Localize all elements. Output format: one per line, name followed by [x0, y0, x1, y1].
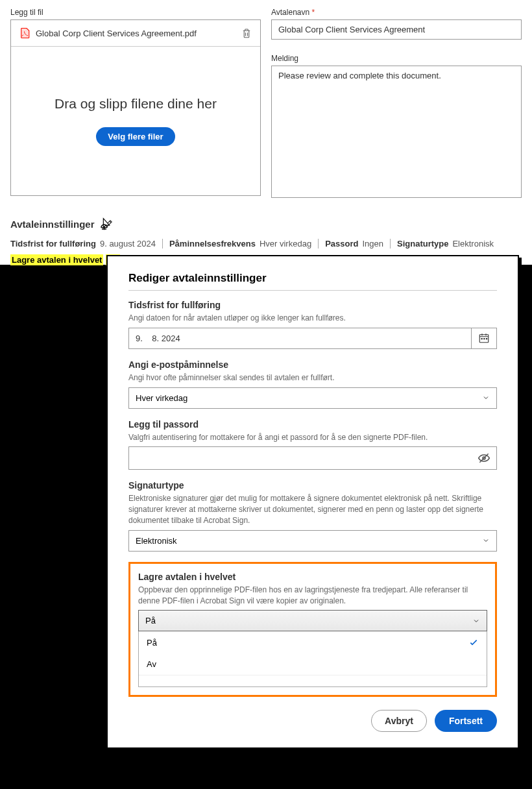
svg-rect-2	[483, 338, 485, 339]
vault-label: Lagre avtalen i hvelvet	[138, 572, 487, 582]
continue-button[interactable]: Fortsett	[435, 710, 497, 732]
deadline-input[interactable]	[128, 328, 472, 349]
chevron-down-icon	[472, 617, 480, 625]
eye-off-icon[interactable]	[478, 452, 490, 465]
edit-settings-icon[interactable]	[103, 218, 114, 232]
trash-icon[interactable]	[241, 27, 252, 39]
reminder-select[interactable]: Hver virkedag	[128, 387, 497, 409]
password-label: Legg til passord	[128, 419, 497, 430]
agreement-name-input[interactable]	[271, 19, 522, 40]
file-label: Legg til fil	[10, 8, 261, 17]
sigtype-help: Elektroniske signaturer gjør det mulig f…	[128, 493, 497, 526]
vault-option-on[interactable]: På	[139, 631, 487, 653]
password-help: Valgfri autentisering for mottakere for …	[128, 432, 497, 443]
pdf-icon	[19, 27, 30, 40]
sigtype-select[interactable]: Elektronisk	[128, 530, 497, 552]
message-textarea[interactable]: Please review and complete this document…	[271, 66, 522, 198]
file-name: Global Corp Client Services Agreement.pd…	[36, 29, 236, 38]
select-more-files-button[interactable]: Velg flere filer	[96, 127, 175, 146]
sigtype-label: Signaturtype	[128, 480, 497, 491]
vault-select[interactable]: På	[138, 610, 487, 631]
edit-settings-modal: Rediger avtaleinnstillinger Tidsfrist fo…	[108, 256, 518, 747]
vault-highlight-box: Lagre avtalen i hvelvet Oppbevar den opp…	[128, 562, 497, 698]
password-input[interactable]	[128, 446, 497, 470]
reminder-label: Angi e-postpåminnelse	[128, 359, 497, 370]
modal-title: Rediger avtaleinnstillinger	[128, 272, 497, 291]
settings-title: Avtaleinnstillinger	[10, 219, 94, 230]
message-label: Melding	[271, 54, 522, 63]
vault-option-off[interactable]: Av	[139, 653, 487, 675]
vault-help: Oppbevar den opprinnelige PDF-filen hos …	[138, 585, 487, 607]
reminder-help: Angi hvor ofte påminnelser skal sendes t…	[128, 372, 497, 383]
deadline-label: Tidsfrist for fullføring	[128, 300, 497, 310]
deadline-help: Angi datoen for når avtalen utløper og i…	[128, 313, 497, 324]
cancel-button[interactable]: Avbryt	[371, 710, 427, 732]
chevron-down-icon	[482, 537, 490, 544]
check-icon	[468, 637, 479, 648]
calendar-icon	[478, 332, 490, 344]
agreement-name-label: Avtalenavn *	[271, 8, 522, 17]
file-panel: Global Corp Client Services Agreement.pd…	[10, 19, 261, 196]
dropzone[interactable]: Dra og slipp filene dine her Velg flere …	[11, 47, 260, 195]
dropzone-text: Dra og slipp filene dine her	[54, 96, 217, 112]
svg-rect-1	[481, 338, 483, 339]
vault-dropdown: På Av	[138, 631, 487, 687]
calendar-button[interactable]	[472, 328, 497, 349]
chevron-down-icon	[482, 394, 490, 402]
settings-summary: Tidsfrist for fullføring9. august 2024 P…	[10, 239, 522, 249]
svg-rect-3	[486, 338, 487, 339]
file-row: Global Corp Client Services Agreement.pd…	[11, 20, 260, 47]
